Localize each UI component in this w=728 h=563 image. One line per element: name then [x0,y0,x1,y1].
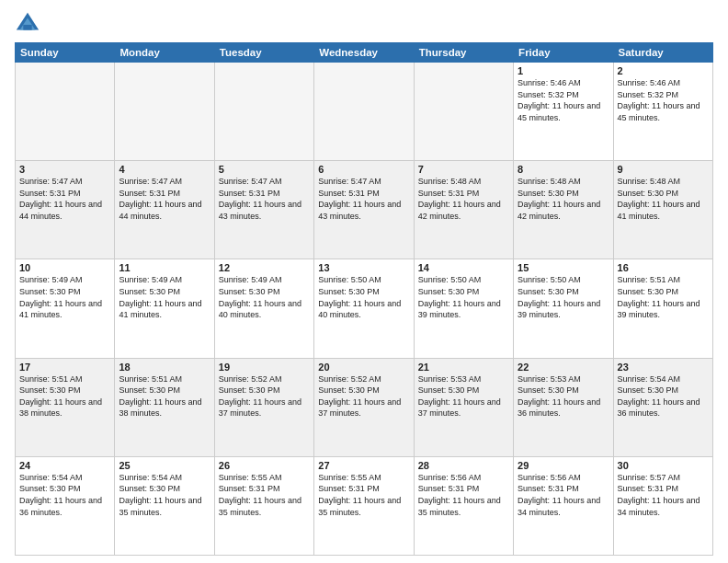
day-info: Sunrise: 5:53 AMSunset: 5:30 PMDaylight:… [518,373,609,419]
day-number: 17 [19,362,110,373]
week-row-4: 17Sunrise: 5:51 AMSunset: 5:30 PMDayligh… [16,358,713,456]
day-number: 28 [418,460,509,471]
day-number: 20 [318,362,409,373]
day-info: Sunrise: 5:49 AMSunset: 5:30 PMDaylight:… [19,274,110,320]
day-number: 21 [418,362,509,373]
day-info: Sunrise: 5:48 AMSunset: 5:30 PMDaylight:… [618,176,709,222]
day-info: Sunrise: 5:51 AMSunset: 5:30 PMDaylight:… [19,373,110,419]
day-cell: 21Sunrise: 5:53 AMSunset: 5:30 PMDayligh… [414,358,513,456]
calendar-table: SundayMondayTuesdayWednesdayThursdayFrid… [15,42,713,556]
day-info: Sunrise: 5:50 AMSunset: 5:30 PMDaylight:… [518,274,609,320]
day-cell: 9Sunrise: 5:48 AMSunset: 5:30 PMDaylight… [613,161,712,259]
day-number: 27 [318,460,409,471]
svg-rect-2 [23,25,31,30]
day-cell: 20Sunrise: 5:52 AMSunset: 5:30 PMDayligh… [314,358,414,456]
day-number: 1 [518,65,609,76]
day-number: 14 [418,262,509,273]
day-cell: 10Sunrise: 5:49 AMSunset: 5:30 PMDayligh… [16,259,115,358]
weekday-header-wednesday: Wednesday [314,43,414,63]
day-number: 12 [219,262,310,273]
day-number: 10 [19,262,110,273]
day-info: Sunrise: 5:46 AMSunset: 5:32 PMDaylight:… [618,77,709,123]
day-info: Sunrise: 5:46 AMSunset: 5:32 PMDaylight:… [518,77,609,123]
day-info: Sunrise: 5:57 AMSunset: 5:31 PMDaylight:… [618,472,709,518]
day-number: 22 [518,362,609,373]
day-number: 29 [518,460,609,471]
logo [15,11,44,37]
weekday-header-saturday: Saturday [613,43,712,63]
day-cell: 15Sunrise: 5:50 AMSunset: 5:30 PMDayligh… [514,259,613,358]
day-number: 26 [219,460,310,471]
day-cell [115,63,214,161]
day-cell [214,63,313,161]
day-info: Sunrise: 5:52 AMSunset: 5:30 PMDaylight:… [219,373,310,419]
day-info: Sunrise: 5:54 AMSunset: 5:30 PMDaylight:… [119,472,210,518]
day-number: 4 [119,164,210,175]
day-info: Sunrise: 5:50 AMSunset: 5:30 PMDaylight:… [318,274,409,320]
day-info: Sunrise: 5:54 AMSunset: 5:30 PMDaylight:… [618,373,709,419]
day-info: Sunrise: 5:55 AMSunset: 5:31 PMDaylight:… [318,472,409,518]
day-number: 15 [518,262,609,273]
day-cell: 17Sunrise: 5:51 AMSunset: 5:30 PMDayligh… [16,358,115,456]
day-info: Sunrise: 5:49 AMSunset: 5:30 PMDaylight:… [119,274,210,320]
weekday-header-sunday: Sunday [16,43,115,63]
day-info: Sunrise: 5:51 AMSunset: 5:30 PMDaylight:… [119,373,210,419]
day-number: 5 [219,164,310,175]
day-info: Sunrise: 5:56 AMSunset: 5:31 PMDaylight:… [418,472,509,518]
day-cell: 14Sunrise: 5:50 AMSunset: 5:30 PMDayligh… [414,259,513,358]
day-number: 7 [418,164,509,175]
week-row-3: 10Sunrise: 5:49 AMSunset: 5:30 PMDayligh… [16,259,713,358]
day-cell [414,63,513,161]
day-number: 19 [219,362,310,373]
day-number: 13 [318,262,409,273]
week-row-5: 24Sunrise: 5:54 AMSunset: 5:30 PMDayligh… [16,456,713,555]
day-number: 11 [119,262,210,273]
day-info: Sunrise: 5:47 AMSunset: 5:31 PMDaylight:… [119,176,210,222]
day-info: Sunrise: 5:47 AMSunset: 5:31 PMDaylight:… [219,176,310,222]
header [15,11,713,37]
day-info: Sunrise: 5:47 AMSunset: 5:31 PMDaylight:… [318,176,409,222]
day-number: 8 [518,164,609,175]
day-cell: 12Sunrise: 5:49 AMSunset: 5:30 PMDayligh… [214,259,313,358]
day-cell: 22Sunrise: 5:53 AMSunset: 5:30 PMDayligh… [514,358,613,456]
day-cell: 24Sunrise: 5:54 AMSunset: 5:30 PMDayligh… [16,456,115,555]
day-number: 16 [618,262,709,273]
day-number: 6 [318,164,409,175]
day-info: Sunrise: 5:52 AMSunset: 5:30 PMDaylight:… [318,373,409,419]
day-cell: 5Sunrise: 5:47 AMSunset: 5:31 PMDaylight… [214,161,313,259]
day-info: Sunrise: 5:51 AMSunset: 5:30 PMDaylight:… [618,274,709,320]
day-cell: 19Sunrise: 5:52 AMSunset: 5:30 PMDayligh… [214,358,313,456]
week-row-1: 1Sunrise: 5:46 AMSunset: 5:32 PMDaylight… [16,63,713,161]
day-info: Sunrise: 5:55 AMSunset: 5:31 PMDaylight:… [219,472,310,518]
day-number: 30 [618,460,709,471]
day-cell: 26Sunrise: 5:55 AMSunset: 5:31 PMDayligh… [214,456,313,555]
day-cell: 3Sunrise: 5:47 AMSunset: 5:31 PMDaylight… [16,161,115,259]
day-cell: 28Sunrise: 5:56 AMSunset: 5:31 PMDayligh… [414,456,513,555]
day-number: 9 [618,164,709,175]
logo-icon [15,11,40,37]
weekday-header-tuesday: Tuesday [214,43,313,63]
day-cell: 27Sunrise: 5:55 AMSunset: 5:31 PMDayligh… [314,456,414,555]
day-cell [16,63,115,161]
weekday-header-row: SundayMondayTuesdayWednesdayThursdayFrid… [16,43,713,63]
day-cell: 7Sunrise: 5:48 AMSunset: 5:31 PMDaylight… [414,161,513,259]
day-info: Sunrise: 5:49 AMSunset: 5:30 PMDaylight:… [219,274,310,320]
day-cell [314,63,414,161]
day-cell: 23Sunrise: 5:54 AMSunset: 5:30 PMDayligh… [613,358,712,456]
day-cell: 30Sunrise: 5:57 AMSunset: 5:31 PMDayligh… [613,456,712,555]
weekday-header-monday: Monday [115,43,214,63]
day-cell: 25Sunrise: 5:54 AMSunset: 5:30 PMDayligh… [115,456,214,555]
day-info: Sunrise: 5:48 AMSunset: 5:30 PMDaylight:… [518,176,609,222]
day-cell: 29Sunrise: 5:56 AMSunset: 5:31 PMDayligh… [514,456,613,555]
day-cell: 18Sunrise: 5:51 AMSunset: 5:30 PMDayligh… [115,358,214,456]
day-info: Sunrise: 5:56 AMSunset: 5:31 PMDaylight:… [518,472,609,518]
weekday-header-friday: Friday [514,43,613,63]
day-cell: 11Sunrise: 5:49 AMSunset: 5:30 PMDayligh… [115,259,214,358]
day-cell: 4Sunrise: 5:47 AMSunset: 5:31 PMDaylight… [115,161,214,259]
day-number: 2 [618,65,709,76]
day-number: 3 [19,164,110,175]
day-info: Sunrise: 5:50 AMSunset: 5:30 PMDaylight:… [418,274,509,320]
day-info: Sunrise: 5:53 AMSunset: 5:30 PMDaylight:… [418,373,509,419]
day-number: 23 [618,362,709,373]
week-row-2: 3Sunrise: 5:47 AMSunset: 5:31 PMDaylight… [16,161,713,259]
